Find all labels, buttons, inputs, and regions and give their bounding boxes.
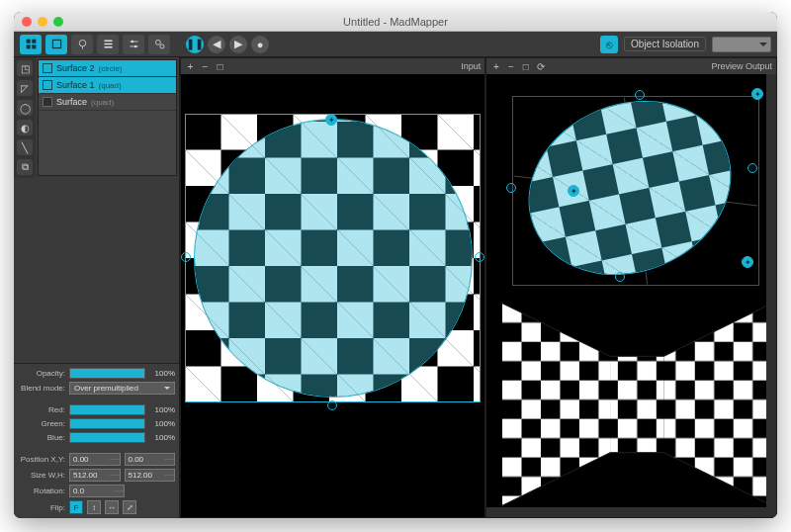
svg-rect-21 [610, 356, 664, 452]
flip-both-button[interactable]: ⤢ [123, 500, 136, 514]
red-label: Red: [18, 405, 65, 414]
red-value: 100% [149, 405, 175, 414]
main-toolbar: ❚❚ ◀ ▶ ● ⎋ Object Isolation [14, 32, 777, 57]
add-line-button[interactable]: ╲ [17, 139, 33, 155]
view-quad-button[interactable] [45, 35, 67, 54]
svg-rect-4 [52, 40, 60, 47]
window-title: Untitled - MadMapper [14, 16, 777, 28]
size-label: Size W,H: [18, 471, 65, 480]
opacity-slider[interactable] [69, 368, 145, 379]
handle-left[interactable] [181, 252, 191, 262]
output-scrollbar-v[interactable] [766, 74, 776, 517]
rotation-field[interactable]: 0.0 [69, 485, 125, 497]
view-mode-label: Object Isolation [624, 37, 706, 51]
surface-list[interactable]: Surface 2 (circle) Surface 1 (quad) Surf… [38, 59, 177, 176]
properties-panel: Opacity: 100% Blend mode: Over premultip… [14, 363, 179, 518]
output-room [502, 296, 772, 513]
svg-point-5 [79, 40, 86, 46]
left-panel: ◳ ◸ ◯ ◐ ╲ ⧉ Surface 2 (circle) Surfac [14, 57, 180, 518]
zoom-out-button[interactable]: − [200, 61, 211, 72]
output-header: + − □ ⟳ Preview Output [486, 58, 776, 74]
opacity-label: Opacity: [18, 369, 65, 378]
svg-point-11 [131, 41, 132, 43]
add-circle-button[interactable]: ◯ [17, 100, 33, 116]
surface-type: (quad) [99, 81, 122, 90]
blue-slider[interactable] [69, 432, 145, 443]
blend-label: Blend mode: [18, 384, 65, 393]
gears-icon[interactable] [148, 35, 170, 54]
output-ellipse-group[interactable] [496, 94, 763, 311]
fit-button[interactable]: □ [520, 61, 531, 72]
view-grid-button[interactable] [20, 35, 42, 54]
zoom-out-button[interactable]: − [505, 61, 516, 72]
handle-top-center[interactable] [325, 114, 337, 126]
flip-label: Flip: [18, 503, 65, 512]
surface-row[interactable]: Surface 2 (circle) [39, 60, 176, 77]
flip-v-button[interactable]: ↕ [87, 500, 101, 514]
svg-point-15 [159, 44, 163, 48]
step-forward-button[interactable]: ▶ [229, 36, 247, 53]
rot-label: Rotation: [18, 487, 65, 495]
add-triangle-button[interactable]: ◸ [17, 80, 33, 96]
size-w-field[interactable]: 512.00 [69, 469, 121, 482]
fit-button[interactable]: □ [215, 61, 225, 72]
add-mask-button[interactable]: ◐ [17, 120, 33, 135]
input-viewport[interactable]: + − □ Input [180, 57, 485, 518]
zoom-in-button[interactable]: + [185, 61, 196, 72]
output-scrollbar-h[interactable] [486, 507, 766, 517]
surface-add-toolbar: ◳ ◸ ◯ ◐ ╲ ⧉ [14, 57, 36, 178]
circle-surface[interactable] [194, 119, 473, 398]
flip-h-button[interactable]: ↔ [105, 500, 119, 514]
handle-bottom[interactable] [327, 400, 337, 410]
duplicate-button[interactable]: ⧉ [17, 159, 33, 175]
svg-point-14 [155, 40, 160, 44]
list-icon[interactable] [97, 35, 119, 54]
surface-name: Surface 1 [56, 80, 95, 90]
lamp-icon[interactable] [71, 35, 93, 54]
svg-point-13 [133, 45, 135, 47]
pos-y-field[interactable]: 0.00 [125, 453, 176, 466]
surface-type: (quad) [91, 98, 114, 107]
visibility-toggle[interactable] [43, 97, 52, 107]
room-perspective-icon [502, 296, 772, 513]
titlebar[interactable]: Untitled - MadMapper [14, 12, 777, 32]
zoom-in-button[interactable]: + [490, 61, 501, 72]
svg-rect-2 [26, 44, 30, 48]
input-title: Input [461, 61, 481, 71]
size-h-field[interactable]: 512.00 [125, 469, 176, 482]
add-quad-button[interactable]: ◳ [17, 60, 33, 76]
green-slider[interactable] [69, 418, 145, 429]
record-button[interactable]: ● [251, 36, 269, 53]
svg-rect-0 [26, 40, 30, 44]
green-label: Green: [18, 419, 65, 428]
sliders-icon[interactable] [123, 35, 144, 54]
refresh-button[interactable]: ⟳ [535, 61, 546, 72]
surface-type: (circle) [99, 64, 123, 73]
visibility-toggle[interactable] [43, 63, 52, 73]
surface-name: Surface [56, 97, 87, 107]
surface-row[interactable]: Surface (quad) [39, 94, 176, 111]
handle-right[interactable] [475, 252, 484, 262]
input-header: + − □ Input [181, 58, 484, 74]
rotate-handle[interactable] [751, 88, 763, 100]
flip-none-button[interactable]: F [69, 500, 83, 514]
pos-x-field[interactable]: 0.00 [69, 453, 121, 466]
view-mode-dropdown[interactable] [712, 37, 771, 52]
surface-row[interactable]: Surface 1 (quad) [39, 77, 176, 94]
output-viewport[interactable]: + − □ ⟳ Preview Output [485, 57, 777, 518]
surface-name: Surface 2 [56, 63, 95, 73]
link-toggle[interactable]: ⎋ [600, 36, 618, 53]
output-title: Preview Output [711, 61, 772, 71]
opacity-value: 100% [149, 369, 175, 378]
blue-value: 100% [149, 433, 175, 442]
pause-button[interactable]: ❚❚ [186, 36, 204, 53]
svg-rect-1 [32, 40, 36, 44]
blend-mode-dropdown[interactable]: Over premultiplied [69, 382, 175, 395]
blue-label: Blue: [18, 433, 65, 442]
pos-label: Position X,Y: [18, 455, 65, 464]
red-slider[interactable] [69, 404, 145, 415]
visibility-toggle[interactable] [43, 80, 52, 90]
green-value: 100% [149, 419, 175, 428]
step-back-button[interactable]: ◀ [208, 36, 225, 53]
app-window: Untitled - MadMapper ❚❚ ◀ ▶ ● ⎋ Object I… [14, 12, 777, 518]
